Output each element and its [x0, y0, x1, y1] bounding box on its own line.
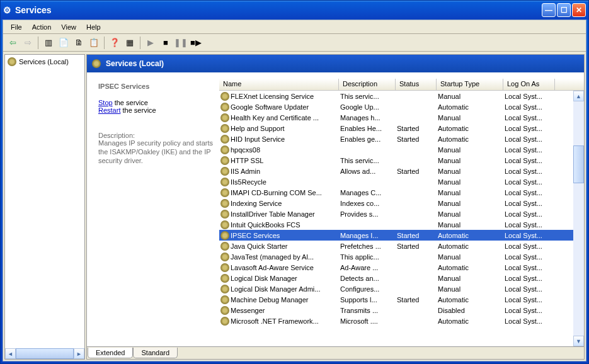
- service-name: JavaTest (managed by Al...: [231, 253, 314, 261]
- hscroll-thumb[interactable]: [16, 348, 74, 359]
- stop-service-link[interactable]: Stop: [98, 99, 113, 106]
- service-row[interactable]: hpqcxs08ManualLocal Syst...: [219, 144, 584, 155]
- col-startup[interactable]: Startup Type: [437, 79, 503, 90]
- service-row[interactable]: Machine Debug ManagerSupports l...Starte…: [219, 294, 584, 305]
- service-description: Google Up...: [339, 103, 396, 111]
- col-description[interactable]: Description: [339, 79, 396, 90]
- service-icon: [220, 231, 229, 240]
- service-description: Allows ad...: [339, 168, 396, 175]
- service-startup: Manual: [437, 253, 503, 261]
- properties-button[interactable]: 📄: [57, 36, 71, 50]
- titlebar[interactable]: ⚙ Services — ☐ ✕: [1, 1, 588, 20]
- col-logon[interactable]: Log On As: [503, 79, 555, 90]
- service-name: IIS Admin: [231, 168, 260, 175]
- services-icon: [8, 57, 16, 66]
- tree-root-item[interactable]: Services (Local): [5, 55, 84, 69]
- service-row[interactable]: Help and SupportEnables He...StartedAuto…: [219, 123, 584, 134]
- back-button[interactable]: ⇦: [6, 36, 20, 50]
- service-startup: Automatic: [437, 242, 503, 250]
- start-service-button[interactable]: ▶: [144, 36, 157, 50]
- service-row[interactable]: Lavasoft Ad-Aware ServiceAd-Aware ...Aut…: [219, 262, 584, 273]
- list-vscrollbar[interactable]: ▲ ▼: [573, 91, 584, 346]
- service-row[interactable]: IIs5RecycleManualLocal Syst...: [219, 176, 584, 187]
- app-icon: ⚙: [3, 5, 11, 15]
- service-icon: [220, 253, 229, 261]
- service-name: hpqcxs08: [231, 146, 260, 154]
- service-status: Started: [396, 296, 437, 304]
- tab-extended[interactable]: Extended: [88, 348, 133, 358]
- service-description: Enables ge...: [339, 135, 396, 143]
- detail-panel: IPSEC Services Stop the service Restart …: [87, 72, 219, 346]
- refresh-button[interactable]: 🗎: [72, 36, 86, 50]
- service-row[interactable]: MessengerTransmits ...DisabledLocal Syst…: [219, 305, 584, 316]
- scroll-right-button[interactable]: ►: [74, 348, 84, 359]
- show-hide-tree-button[interactable]: ▥: [42, 36, 55, 50]
- scroll-left-button[interactable]: ◄: [5, 348, 16, 359]
- menu-help[interactable]: Help: [81, 22, 106, 32]
- service-row[interactable]: IIS AdminAllows ad...StartedManualLocal …: [219, 166, 584, 176]
- service-startup: Manual: [437, 200, 503, 207]
- service-icon: [220, 210, 229, 219]
- service-row[interactable]: InstallDriver Table ManagerProvides s...…: [219, 208, 584, 219]
- scroll-down-button[interactable]: ▼: [573, 336, 584, 346]
- service-icon: [220, 145, 229, 154]
- scroll-up-button[interactable]: ▲: [573, 91, 584, 101]
- result-pane: Services (Local) IPSEC Services Stop the…: [86, 54, 585, 360]
- restart-service-link[interactable]: Restart: [98, 106, 120, 114]
- tab-standard[interactable]: Standard: [133, 348, 178, 358]
- menu-action[interactable]: Action: [27, 22, 57, 32]
- service-startup: Manual: [437, 168, 503, 175]
- service-logon: Local Syst...: [503, 285, 555, 293]
- toolbar-extra-button[interactable]: ▦: [123, 36, 137, 50]
- service-icon: [220, 113, 229, 122]
- service-row[interactable]: FLEXnet Licensing ServiceThis servic...M…: [219, 91, 584, 101]
- service-row[interactable]: JavaTest (managed by Al...This applic...…: [219, 251, 584, 262]
- pause-service-button[interactable]: ❚❚: [174, 36, 188, 50]
- description-text: Manages IP security policy and starts th…: [98, 139, 213, 165]
- service-row[interactable]: Google Software UpdaterGoogle Up...Autom…: [219, 101, 584, 112]
- service-logon: Local Syst...: [503, 296, 555, 304]
- menu-file[interactable]: File: [6, 22, 27, 32]
- col-status[interactable]: Status: [396, 79, 437, 90]
- minimize-button[interactable]: —: [542, 3, 556, 17]
- menu-view[interactable]: View: [56, 22, 81, 32]
- service-row[interactable]: Logical Disk Manager Admi...Configures..…: [219, 283, 584, 294]
- service-startup: Automatic: [437, 232, 503, 239]
- service-startup: Disabled: [437, 307, 503, 314]
- vscroll-thumb[interactable]: [573, 145, 584, 183]
- restart-service-button[interactable]: ■▶: [189, 36, 203, 50]
- service-row[interactable]: Microsoft .NET Framework...Microsoft ...…: [219, 316, 584, 326]
- close-button[interactable]: ✕: [572, 3, 586, 17]
- service-row[interactable]: IPSEC ServicesManages I...StartedAutomat…: [219, 230, 584, 241]
- service-row[interactable]: HID Input ServiceEnables ge...StartedAut…: [219, 134, 584, 144]
- service-row[interactable]: IMAPI CD-Burning COM Se...Manages C...Ma…: [219, 187, 584, 198]
- service-row[interactable]: Health Key and Certificate ...Manages h.…: [219, 112, 584, 123]
- stop-service-button[interactable]: ■: [159, 36, 173, 50]
- service-startup: Automatic: [437, 103, 503, 111]
- service-startup: Automatic: [437, 135, 503, 143]
- tree-hscrollbar[interactable]: ◄ ►: [5, 348, 84, 359]
- description-label: Description:: [98, 132, 213, 139]
- service-name: IPSEC Services: [231, 232, 280, 239]
- export-list-button[interactable]: 📋: [87, 36, 101, 50]
- maximize-button[interactable]: ☐: [557, 3, 571, 17]
- service-logon: Local Syst...: [503, 242, 555, 250]
- view-tabs: Extended Standard: [87, 346, 584, 359]
- service-row[interactable]: Indexing ServiceIndexes co...ManualLocal…: [219, 198, 584, 208]
- service-row[interactable]: Intuit QuickBooks FCSManualLocal Syst...: [219, 219, 584, 230]
- service-row[interactable]: HTTP SSLThis servic...ManualLocal Syst..…: [219, 155, 584, 166]
- forward-button[interactable]: ⇨: [21, 36, 35, 50]
- service-name: Java Quick Starter: [231, 242, 287, 250]
- service-row[interactable]: Logical Disk ManagerDetects an...ManualL…: [219, 273, 584, 283]
- service-status: Started: [396, 242, 437, 250]
- service-icon: [220, 92, 229, 101]
- service-icon: [220, 285, 229, 293]
- col-name[interactable]: Name: [219, 79, 339, 90]
- tree-root-label: Services (Local): [19, 58, 69, 65]
- service-icon: [220, 178, 229, 186]
- stop-suffix: the service: [113, 99, 148, 106]
- service-logon: Local Syst...: [503, 317, 555, 325]
- service-row[interactable]: Java Quick StarterPrefetches ...StartedA…: [219, 241, 584, 251]
- service-name: Health Key and Certificate ...: [231, 114, 319, 122]
- help-button[interactable]: ❓: [108, 36, 122, 50]
